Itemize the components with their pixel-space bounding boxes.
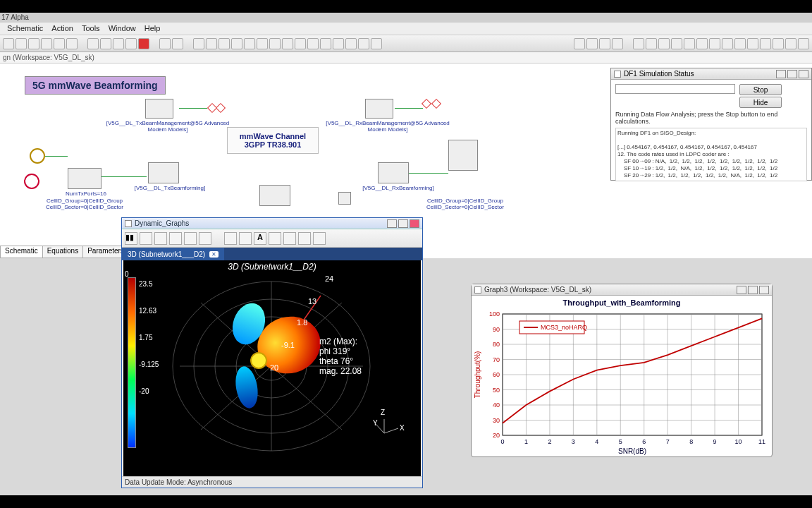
menu-action[interactable]: Action <box>49 24 76 33</box>
text-icon[interactable]: A <box>254 232 266 245</box>
toolbar-icon[interactable] <box>172 38 183 49</box>
toolbar-icon[interactable] <box>199 232 211 245</box>
toolbar-icon[interactable] <box>206 38 217 49</box>
print-icon[interactable] <box>184 232 197 245</box>
schematic-block[interactable] <box>68 168 102 189</box>
toolbar-icon[interactable] <box>244 38 255 49</box>
schematic-block[interactable] <box>378 162 409 183</box>
schematic-block[interactable] <box>338 192 351 205</box>
toolbar-icon[interactable] <box>599 38 610 49</box>
toolbar-icon[interactable] <box>760 38 771 49</box>
toolbar-icon[interactable] <box>773 38 784 49</box>
toolbar-icon[interactable] <box>54 38 65 49</box>
toolbar-icon[interactable] <box>269 38 281 49</box>
toolbar-icon[interactable] <box>154 232 167 245</box>
tab-equations[interactable]: Equations <box>42 246 83 258</box>
toolbar-icon[interactable] <box>313 232 326 245</box>
tab-close-icon[interactable]: ✕ <box>209 251 219 258</box>
toolbar-icon[interactable] <box>333 38 344 49</box>
toolbar-icon[interactable] <box>169 232 182 245</box>
toolbar-icon[interactable] <box>269 232 281 245</box>
toolbar-icon[interactable] <box>239 232 252 245</box>
diamond-node[interactable] <box>216 103 226 113</box>
minimize-button[interactable] <box>737 286 746 294</box>
toolbar-icon[interactable] <box>298 232 311 245</box>
window-titlebar[interactable]: DF1 Simulation Status <box>611 68 811 80</box>
toolbar-icon[interactable] <box>658 38 670 49</box>
toolbar-icon[interactable] <box>709 38 720 49</box>
toolbar-icon[interactable] <box>257 38 268 49</box>
graph-tab[interactable]: 3D (Subnetwork1___D2) ✕ <box>122 248 224 260</box>
schematic-canvas[interactable]: 5G mmWave Beamforming NumTxPorts=16 Cell… <box>0 64 812 495</box>
window-titlebar[interactable]: Dynamic_Graphs <box>122 218 422 229</box>
menu-tools[interactable]: Tools <box>79 24 103 33</box>
toolbar-icon[interactable] <box>633 38 644 49</box>
toolbar-icon[interactable] <box>41 38 52 49</box>
graph3-window[interactable]: Graph3 (Workspace: V5G_DL_sk) Throughput… <box>471 284 773 457</box>
toolbar-icon[interactable] <box>747 38 758 49</box>
schematic-block[interactable] <box>259 185 290 206</box>
toolbar-icon[interactable] <box>138 38 149 49</box>
toolbar-icon[interactable] <box>125 38 137 49</box>
radiation-pattern-plot[interactable]: 3D (Subnetwork1__D2) 0 23.5 12.63 1.75 -… <box>123 260 421 476</box>
toolbar-icon[interactable] <box>295 38 306 49</box>
pause-icon[interactable]: ▮▮ <box>125 232 137 245</box>
toolbar-icon[interactable] <box>87 38 99 49</box>
toolbar-icon[interactable] <box>66 38 78 49</box>
toolbar-icon[interactable] <box>219 38 230 49</box>
toolbar-icon[interactable] <box>140 232 152 245</box>
toolbar-icon[interactable] <box>696 38 708 49</box>
menu-schematic[interactable]: Schematic <box>4 24 46 33</box>
toolbar-icon[interactable] <box>785 38 796 49</box>
tab-schematic[interactable]: Schematic <box>0 246 43 258</box>
source-node[interactable] <box>24 174 39 189</box>
maximize-button[interactable] <box>787 70 797 78</box>
window-titlebar[interactable]: Graph3 (Workspace: V5G_DL_sk) <box>472 284 772 296</box>
toolbar-icon[interactable] <box>193 38 204 49</box>
maximize-button[interactable] <box>398 219 408 228</box>
schematic-block[interactable] <box>365 99 393 119</box>
toolbar-icon[interactable] <box>734 38 746 49</box>
toolbar-icon[interactable] <box>671 38 682 49</box>
diamond-node[interactable] <box>422 99 431 109</box>
toolbar-icon[interactable] <box>113 38 124 49</box>
toolbar-icon[interactable] <box>283 232 296 245</box>
schematic-block[interactable] <box>145 99 173 119</box>
toolbar-icon[interactable] <box>159 38 171 49</box>
minimize-button[interactable] <box>387 219 397 228</box>
close-button[interactable] <box>759 286 769 294</box>
close-button[interactable] <box>410 219 419 228</box>
toolbar-icon[interactable] <box>282 38 293 49</box>
toolbar-icon[interactable] <box>612 38 623 49</box>
maximize-button[interactable] <box>748 286 758 294</box>
toolbar-icon[interactable] <box>345 38 357 49</box>
toolbar-icon[interactable] <box>231 38 242 49</box>
toolbar-icon[interactable] <box>646 38 657 49</box>
toolbar-icon[interactable] <box>371 38 382 49</box>
toolbar-icon[interactable] <box>3 38 14 49</box>
stop-button[interactable]: Stop <box>739 84 782 95</box>
toolbar-icon[interactable] <box>684 38 695 49</box>
source-node[interactable] <box>30 148 45 164</box>
toolbar-icon[interactable] <box>574 38 585 49</box>
toolbar-icon[interactable] <box>100 38 111 49</box>
log-text[interactable]: Running DF1 on SISO_Design: [...] 0.4541… <box>615 128 807 181</box>
menu-window[interactable]: Window <box>106 24 139 33</box>
diamond-node[interactable] <box>431 99 441 109</box>
schematic-block[interactable] <box>448 140 478 171</box>
toolbar-icon[interactable] <box>722 38 733 49</box>
toolbar-icon[interactable] <box>358 38 369 49</box>
close-button[interactable] <box>799 70 808 78</box>
toolbar-icon[interactable] <box>28 38 39 49</box>
toolbar-icon[interactable] <box>586 38 598 49</box>
cursor-icon[interactable] <box>224 232 237 245</box>
toolbar-icon[interactable] <box>307 38 319 49</box>
minimize-button[interactable] <box>776 70 786 78</box>
hide-button[interactable]: Hide <box>739 97 782 108</box>
schematic-block[interactable] <box>148 162 179 183</box>
dynamic-graphs-window[interactable]: Dynamic_Graphs ▮▮ A <box>121 217 423 488</box>
toolbar-icon[interactable] <box>16 38 27 49</box>
toolbar-icon[interactable] <box>320 38 331 49</box>
menu-help[interactable]: Help <box>142 24 164 33</box>
toolbar-icon[interactable] <box>798 38 809 49</box>
